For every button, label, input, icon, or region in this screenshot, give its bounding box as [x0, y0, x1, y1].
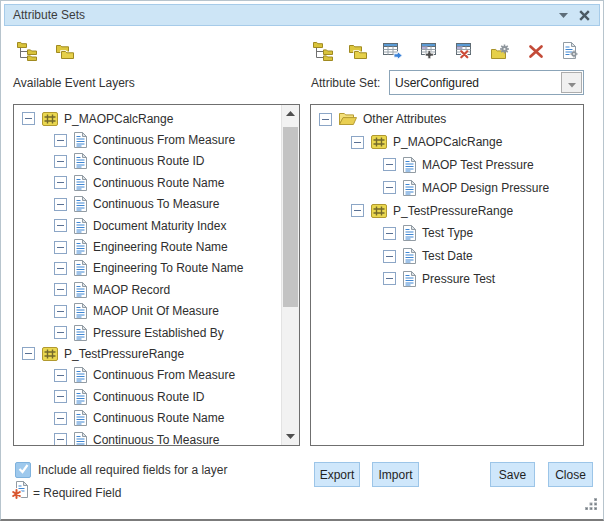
tree-item[interactable]: MAOP Test Pressure — [311, 154, 583, 177]
tree-item-label: MAOP Record — [93, 283, 170, 297]
folder-tree-icon[interactable] — [311, 39, 335, 63]
table-add-icon[interactable] — [417, 39, 441, 63]
close-icon[interactable] — [579, 10, 590, 21]
tree-item[interactable]: MAOP Unit Of Measure — [14, 301, 282, 322]
tree-item-label: Test Type — [422, 226, 473, 240]
tree-expander-icon[interactable] — [351, 136, 364, 149]
tree-expander-icon[interactable] — [54, 219, 67, 232]
tree-item[interactable]: Engineering To Route Name — [14, 258, 282, 279]
tree-item-label: Continuous Route ID — [93, 154, 204, 168]
tree-expander-icon[interactable] — [319, 113, 332, 126]
tree-expander-icon[interactable] — [54, 433, 67, 446]
report-settings-icon[interactable] — [559, 39, 583, 63]
combobox-arrow-button[interactable] — [561, 72, 582, 93]
tree-item[interactable]: Document Maturity Index — [14, 215, 282, 236]
tree-item[interactable]: Test Type — [311, 222, 583, 245]
tree-item[interactable]: Test Date — [311, 245, 583, 268]
tree-item[interactable]: Continuous To Measure — [14, 429, 282, 446]
scrollbar-track[interactable] — [281, 105, 299, 445]
tree-expander-icon[interactable] — [54, 412, 67, 425]
tree-item[interactable]: Pressure Established By — [14, 322, 282, 343]
tree-expander-icon[interactable] — [383, 272, 396, 285]
tree-item-label: Document Maturity Index — [93, 219, 226, 233]
field-doc-icon — [74, 153, 87, 169]
attribute-sets-window: Attribute Sets Available Event Layers At… — [0, 0, 604, 521]
folder-tree-icon[interactable] — [15, 39, 39, 63]
resize-grip[interactable] — [585, 497, 598, 515]
field-doc-icon — [74, 239, 87, 255]
tree-item[interactable]: Continuous From Measure — [14, 365, 282, 386]
tree-expander-icon[interactable] — [54, 198, 67, 211]
tree-item-label: Pressure Test — [422, 272, 495, 286]
chevron-down-icon[interactable] — [559, 13, 568, 18]
available-event-layers-label: Available Event Layers — [13, 76, 135, 90]
scroll-down-icon[interactable] — [282, 428, 299, 445]
tree-item[interactable]: MAOP Record — [14, 279, 282, 300]
tree-expander-icon[interactable] — [54, 176, 67, 189]
copy-folders-icon[interactable] — [53, 39, 77, 63]
tree-item[interactable]: Pressure Test — [311, 268, 583, 291]
tree-expander-icon[interactable] — [351, 204, 364, 217]
titlebar: Attribute Sets — [4, 4, 600, 26]
tree-item[interactable]: Continuous Route Name — [14, 172, 282, 193]
tree-expander-icon[interactable] — [22, 112, 35, 125]
field-doc-icon — [403, 248, 416, 264]
include-required-fields-checkbox[interactable] — [15, 462, 31, 478]
tree-item[interactable]: P_TestPressureRange — [311, 199, 583, 222]
tree-expander-icon[interactable] — [54, 134, 67, 147]
tree-item[interactable]: P_TestPressureRange — [14, 343, 282, 364]
tree-expander-icon[interactable] — [54, 326, 67, 339]
tree-expander-icon[interactable] — [383, 181, 396, 194]
tree-item-label: Engineering Route Name — [93, 240, 228, 254]
tree-expander-icon[interactable] — [54, 283, 67, 296]
scroll-up-icon[interactable] — [282, 105, 299, 122]
tree-item[interactable]: Other Attributes — [311, 108, 583, 131]
tree-item-label: Engineering To Route Name — [93, 261, 244, 275]
tree-item-label: Continuous Route Name — [93, 411, 224, 425]
delete-x-icon[interactable] — [524, 39, 548, 63]
save-button[interactable]: Save — [490, 462, 535, 487]
tree-expander-icon[interactable] — [54, 262, 67, 275]
event-table-icon — [42, 112, 58, 126]
tree-expander-icon[interactable] — [22, 347, 35, 360]
field-doc-icon — [403, 225, 416, 241]
tree-item-label: P_TestPressureRange — [393, 204, 513, 218]
export-button[interactable]: Export — [314, 462, 360, 487]
tree-expander-icon[interactable] — [54, 305, 67, 318]
tree-item[interactable]: Continuous From Measure — [14, 129, 282, 150]
folder-gear-icon[interactable] — [488, 39, 512, 63]
close-button[interactable]: Close — [548, 462, 593, 487]
field-doc-icon — [403, 157, 416, 173]
copy-folders-icon[interactable] — [346, 39, 370, 63]
tree-item-label: Other Attributes — [363, 112, 446, 126]
field-doc-icon — [74, 196, 87, 212]
tree-item[interactable]: Continuous Route ID — [14, 151, 282, 172]
tree-item[interactable]: P_MAOPCalcRange — [14, 108, 282, 129]
tree-item[interactable]: Continuous Route ID — [14, 386, 282, 407]
field-doc-icon — [403, 271, 416, 287]
tree-expander-icon[interactable] — [54, 241, 67, 254]
tree-item[interactable]: Continuous Route Name — [14, 407, 282, 428]
import-button[interactable]: Import — [372, 462, 419, 487]
scrollbar-thumb[interactable] — [283, 127, 298, 307]
attribute-set-combobox[interactable]: UserConfigured — [389, 70, 584, 95]
field-doc-icon — [74, 367, 87, 383]
include-required-fields-label: Include all required fields for a layer — [38, 463, 227, 477]
field-doc-icon — [74, 175, 87, 191]
field-doc-icon — [74, 410, 87, 426]
tree-item-label: P_MAOPCalcRange — [64, 112, 173, 126]
attribute-set-label: Attribute Set: — [311, 76, 380, 90]
tree-item[interactable]: Continuous To Measure — [14, 194, 282, 215]
tree-expander-icon[interactable] — [54, 369, 67, 382]
tree-expander-icon[interactable] — [54, 390, 67, 403]
tree-expander-icon[interactable] — [383, 227, 396, 240]
tree-item[interactable]: Engineering Route Name — [14, 236, 282, 257]
tree-item[interactable]: P_MAOPCalcRange — [311, 131, 583, 154]
table-remove-icon[interactable] — [453, 39, 477, 63]
tree-expander-icon[interactable] — [54, 155, 67, 168]
tree-expander-icon[interactable] — [383, 158, 396, 171]
tree-item[interactable]: MAOP Design Pressure — [311, 176, 583, 199]
table-export-icon[interactable] — [382, 39, 406, 63]
tree-expander-icon[interactable] — [383, 250, 396, 263]
attribute-set-value: UserConfigured — [390, 76, 560, 90]
